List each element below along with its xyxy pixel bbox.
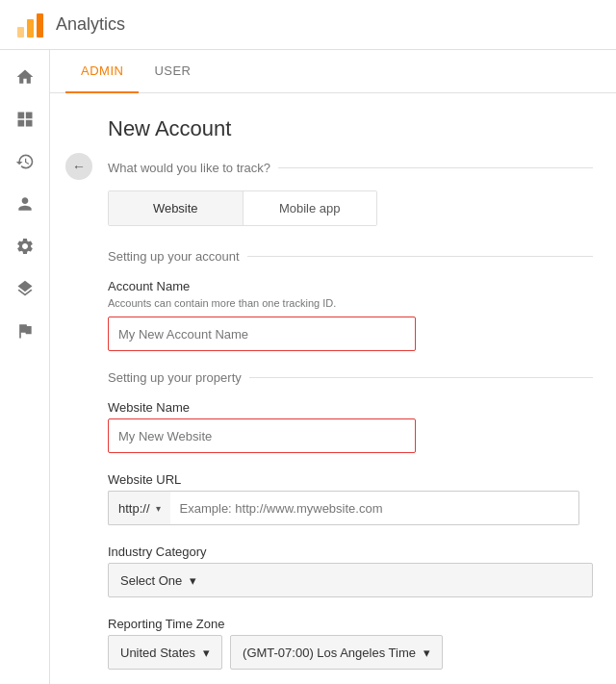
timezone-tz-dropdown[interactable]: (GMT-07:00) Los Angeles Time ▾ (230, 635, 443, 670)
sidebar-item-person[interactable] (6, 185, 44, 223)
track-type-website[interactable]: Website (109, 191, 244, 225)
content-area: ADMIN USER ← New Account What would you … (50, 50, 616, 684)
sidebar-item-settings[interactable] (6, 227, 44, 266)
app-header: Analytics (0, 0, 616, 50)
track-question: What would you like to track? (108, 161, 593, 175)
timezone-country-dropdown[interactable]: United States ▾ (108, 635, 222, 670)
website-url-label: Website URL (108, 472, 593, 487)
logo: Analytics (15, 10, 125, 40)
timezone-label: Reporting Time Zone (108, 617, 593, 631)
tab-user[interactable]: USER (139, 50, 206, 93)
sidebar-item-history[interactable] (6, 142, 44, 181)
protocol-dropdown[interactable]: http:// ▾ (108, 491, 170, 525)
main-layout: ADMIN USER ← New Account What would you … (0, 50, 616, 684)
sidebar-item-home[interactable] (6, 58, 44, 96)
svg-rect-0 (17, 27, 24, 38)
account-name-field-group: Account Name Accounts can contain more t… (108, 279, 593, 351)
timezone-country-chevron-icon: ▾ (203, 646, 210, 660)
url-row: http:// ▾ (108, 491, 579, 525)
track-type-toggle: Website Mobile app (108, 190, 377, 226)
sidebar-item-dashboard[interactable] (6, 100, 44, 139)
svg-rect-1 (27, 19, 34, 38)
website-url-field-group: Website URL http:// ▾ (108, 472, 593, 525)
tabs-bar: ADMIN USER (50, 50, 616, 93)
track-type-mobile[interactable]: Mobile app (244, 191, 377, 225)
timezone-tz-chevron-icon: ▾ (424, 646, 430, 660)
back-button-wrapper: ← (65, 153, 92, 180)
industry-value: Select One (120, 573, 182, 588)
timezone-tz-value: (GMT-07:00) Los Angeles Time (243, 646, 416, 660)
industry-dropdown[interactable]: Select One ▾ (108, 563, 593, 597)
app-title: Analytics (56, 14, 125, 35)
protocol-chevron-icon: ▾ (156, 503, 161, 514)
industry-label: Industry Category (108, 545, 593, 559)
account-name-hint: Accounts can contain more than one track… (108, 297, 593, 309)
timezone-country-value: United States (120, 646, 195, 660)
industry-chevron-icon: ▾ (190, 573, 196, 588)
account-name-label: Account Name (108, 279, 593, 293)
sidebar-item-layers[interactable] (6, 269, 44, 308)
property-section-label: Setting up your property (108, 370, 593, 385)
page-title: New Account (108, 116, 593, 141)
account-section-label: Setting up your account (108, 249, 593, 264)
timezone-field-group: Reporting Time Zone United States ▾ (GMT… (108, 617, 593, 670)
url-input[interactable] (170, 491, 579, 525)
sidebar (0, 50, 50, 684)
protocol-label: http:// (118, 501, 150, 516)
website-name-input[interactable] (108, 418, 416, 453)
tab-admin[interactable]: ADMIN (65, 50, 139, 93)
website-name-field-group: Website Name (108, 400, 593, 453)
account-name-input[interactable] (108, 317, 416, 351)
svg-rect-2 (37, 13, 43, 38)
industry-field-group: Industry Category Select One ▾ (108, 545, 593, 597)
analytics-logo-icon (15, 10, 46, 40)
back-button[interactable]: ← (65, 153, 92, 180)
timezone-row: United States ▾ (GMT-07:00) Los Angeles … (108, 635, 593, 670)
website-name-label: Website Name (108, 400, 593, 415)
sidebar-item-flag[interactable] (6, 312, 44, 350)
